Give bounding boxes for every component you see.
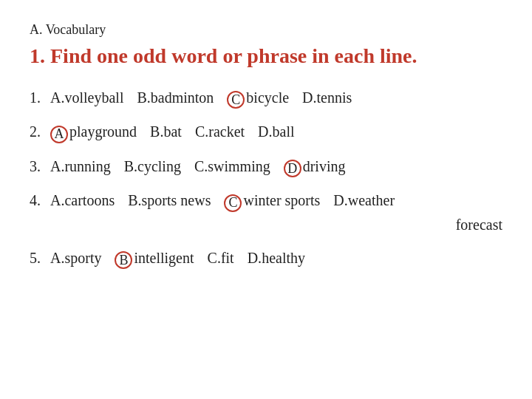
option-1-D: D. tennis bbox=[302, 89, 352, 106]
question-num-4: 4. bbox=[30, 192, 50, 209]
question-num-2: 2. bbox=[30, 123, 50, 140]
circled-letter-5-B: B bbox=[115, 251, 132, 269]
opt-text-5-C: fit bbox=[221, 250, 234, 267]
main-title: 1. Find one odd word or phrase in each l… bbox=[30, 44, 502, 69]
opt-text-1-B: badminton bbox=[151, 89, 214, 106]
opt-text-4-D: weather bbox=[348, 192, 395, 209]
option-3-C: C. swimming bbox=[194, 158, 270, 175]
opt-letter-5-C: C. bbox=[208, 250, 221, 267]
opt-text-2-A: playground bbox=[69, 123, 137, 140]
option-1-A: A. volleyball bbox=[50, 89, 123, 106]
extra-text-4: forecast bbox=[30, 216, 502, 233]
option-1-B: B. badminton bbox=[137, 89, 214, 106]
opt-text-3-A: running bbox=[64, 158, 110, 175]
option-2-B: B. bat bbox=[150, 123, 182, 140]
option-4-B: B. sports news bbox=[128, 192, 211, 209]
opt-letter-5-A: A. bbox=[50, 250, 64, 267]
option-5-B: B intelligent bbox=[115, 250, 194, 268]
circled-letter-2-A: A bbox=[50, 126, 68, 143]
option-5-A: A. sporty bbox=[50, 250, 101, 267]
opt-text-2-B: bat bbox=[163, 123, 181, 140]
option-3-D: D driving bbox=[284, 158, 346, 177]
circled-letter-4-C: C bbox=[224, 194, 242, 212]
option-4-A: A. cartoons bbox=[50, 192, 115, 209]
question-row-5: 5.A. sportyB intelligentC. fitD. healthy bbox=[30, 250, 502, 268]
option-2-A: A playground bbox=[50, 123, 137, 142]
option-1-C: C bicycle bbox=[227, 89, 289, 108]
option-3-A: A. running bbox=[50, 158, 111, 175]
circled-letter-1-C: C bbox=[227, 91, 245, 109]
opt-letter-5-D: D. bbox=[248, 250, 262, 267]
option-5-D: D. healthy bbox=[248, 250, 305, 267]
option-5-C: C. fit bbox=[208, 250, 234, 267]
opt-text-2-D: ball bbox=[273, 123, 295, 140]
opt-letter-2-B: B. bbox=[150, 123, 163, 140]
opt-text-3-B: cycling bbox=[137, 158, 181, 175]
opt-letter-1-D: D. bbox=[302, 89, 316, 106]
opt-letter-1-B: B. bbox=[137, 89, 150, 106]
opt-letter-2-D: D. bbox=[258, 123, 272, 140]
opt-text-5-D: healthy bbox=[262, 250, 305, 267]
opt-text-5-B: intelligent bbox=[134, 250, 194, 267]
opt-letter-3-C: C. bbox=[194, 158, 208, 175]
opt-letter-4-B: B. bbox=[128, 192, 141, 209]
option-2-C: C. racket bbox=[195, 123, 245, 140]
opt-text-1-C: bicycle bbox=[246, 89, 289, 106]
opt-text-3-C: swimming bbox=[208, 158, 270, 175]
opt-letter-4-A: A. bbox=[50, 192, 64, 209]
opt-letter-3-B: B. bbox=[124, 158, 137, 175]
opt-text-3-D: driving bbox=[303, 158, 346, 175]
question-num-5: 5. bbox=[30, 250, 50, 267]
opt-text-4-B: sports news bbox=[142, 192, 211, 209]
opt-letter-4-D: D. bbox=[333, 192, 347, 209]
question-num-3: 3. bbox=[30, 158, 50, 175]
option-4-C: C winter sports bbox=[224, 192, 320, 211]
opt-text-1-D: tennis bbox=[317, 89, 352, 106]
opt-letter-3-A: A. bbox=[50, 158, 64, 175]
opt-text-2-C: racket bbox=[208, 123, 245, 140]
question-row-2: 2.A playgroundB. batC. racketD. ball bbox=[30, 123, 502, 142]
option-3-B: B. cycling bbox=[124, 158, 181, 175]
circled-letter-3-D: D bbox=[284, 160, 301, 177]
opt-text-4-C: winter sports bbox=[243, 192, 320, 209]
opt-text-5-A: sporty bbox=[64, 250, 101, 267]
opt-text-4-A: cartoons bbox=[64, 192, 115, 209]
opt-text-1-A: volleyball bbox=[64, 89, 123, 106]
question-row-3: 3.A. runningB. cyclingC. swimmingD drivi… bbox=[30, 158, 502, 177]
question-row-4: 4.A. cartoonsB. sports newsC winter spor… bbox=[30, 192, 502, 211]
section-label: A. Vocabulary bbox=[30, 22, 502, 38]
opt-letter-2-C: C. bbox=[195, 123, 208, 140]
question-row-1: 1.A. volleyballB. badmintonC bicycleD. t… bbox=[30, 89, 502, 108]
question-num-1: 1. bbox=[30, 89, 50, 106]
opt-letter-1-A: A. bbox=[50, 89, 64, 106]
option-4-D: D. weather bbox=[333, 192, 395, 209]
option-2-D: D. ball bbox=[258, 123, 294, 140]
